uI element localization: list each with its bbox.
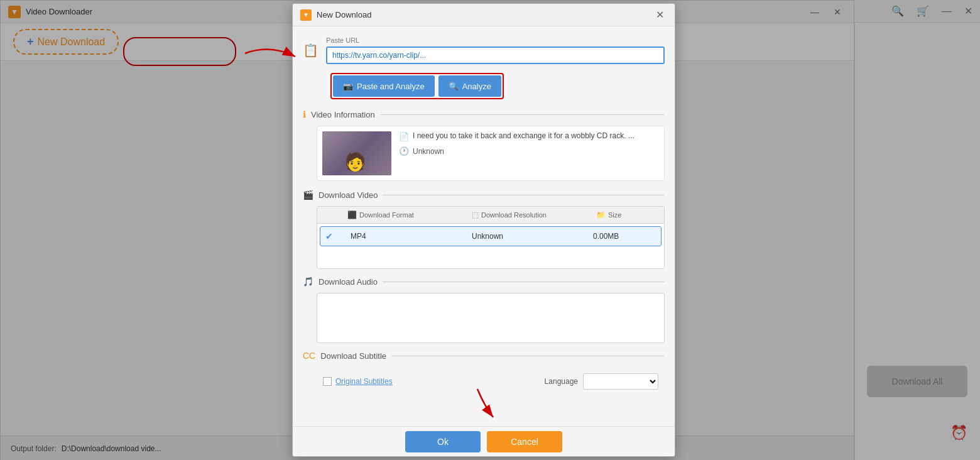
- modal-close-button[interactable]: ✕: [652, 8, 667, 23]
- video-table: ⬛ Download Format ⬚ Download Resolution …: [317, 206, 665, 269]
- language-row: Language English Spanish French: [545, 373, 658, 390]
- url-section: 📋 Paste URL: [303, 36, 665, 64]
- download-subtitle-line: [391, 356, 665, 356]
- analyze-button[interactable]: 🔍 Analyze: [438, 75, 501, 97]
- download-subtitle-title: Download Subtitle: [320, 351, 386, 361]
- download-video-line: [383, 195, 665, 195]
- doc-icon: 📄: [399, 132, 409, 141]
- subtitle-checkbox-group: Original Subtitles: [323, 377, 393, 386]
- modal-body: 📋 Paste URL 📷 Paste and Analyze 🔍 Analyz…: [293, 26, 675, 427]
- modal-dialog: ▼ New Download ✕ 📋 Paste URL 📷 Paste and…: [292, 3, 675, 457]
- paste-icon: 📋: [303, 43, 318, 58]
- modal-logo-icon: ▼: [300, 9, 312, 21]
- btn-red-border: 📷 Paste and Analyze 🔍 Analyze: [330, 73, 504, 99]
- info-icon: ℹ: [303, 109, 306, 119]
- checkmark-icon: ✔: [325, 231, 333, 241]
- download-subtitle-section: CC Download Subtitle Original Subtitles …: [303, 351, 665, 396]
- thumbnail-character: 🧑: [344, 151, 366, 172]
- url-content: Paste URL: [326, 36, 665, 64]
- resolution-icon: ⬚: [472, 211, 479, 219]
- th-select: [322, 211, 347, 219]
- td-format: MP4: [351, 231, 472, 241]
- audio-table-empty: [317, 293, 665, 343]
- td-size: 0.00MB: [593, 231, 656, 241]
- modal-title-left: ▼ New Download: [300, 9, 371, 21]
- download-audio-line: [383, 282, 665, 282]
- download-audio-title: Download Audio: [318, 277, 378, 287]
- subtitle-content: Original Subtitles Language English Span…: [317, 367, 665, 396]
- video-meta: 📄 I need you to take it back and exchang…: [399, 131, 659, 175]
- subtitle-row: Original Subtitles Language English Span…: [323, 373, 658, 390]
- td-resolution: Unknown: [472, 231, 593, 241]
- download-video-title: Download Video: [318, 190, 378, 200]
- size-icon: 📁: [596, 211, 606, 219]
- video-info-title: Video Information: [311, 110, 375, 119]
- video-description: 📄 I need you to take it back and exchang…: [399, 131, 659, 141]
- modal-footer: Ok Cancel: [293, 426, 675, 456]
- original-subtitles-checkbox[interactable]: [323, 377, 332, 386]
- video-info-header: ℹ Video Information: [303, 109, 665, 119]
- table-row[interactable]: ✔ MP4 Unknown 0.00MB: [320, 226, 662, 246]
- paste-url-label: Paste URL: [326, 36, 665, 44]
- video-info-content: 🧑 📄 I need you to take it back and excha…: [317, 126, 665, 181]
- table-header: ⬛ Download Format ⬚ Download Resolution …: [317, 207, 664, 224]
- language-select[interactable]: English Spanish French: [583, 373, 658, 390]
- th-size: 📁 Size: [596, 211, 659, 219]
- video-thumbnail: 🧑: [322, 131, 391, 175]
- modal-title: New Download: [317, 10, 371, 19]
- download-audio-section: 🎵 Download Audio: [303, 277, 665, 343]
- thumbnail-scene: 🧑: [322, 131, 391, 175]
- th-format: ⬛ Download Format: [347, 211, 472, 219]
- modal-titlebar: ▼ New Download ✕: [293, 4, 675, 26]
- cc-icon: CC: [303, 351, 315, 361]
- td-check: ✔: [325, 231, 351, 241]
- format-icon: ⬛: [347, 211, 357, 219]
- buttons-row: 📷 Paste and Analyze 🔍 Analyze: [330, 73, 665, 99]
- language-label: Language: [545, 377, 578, 386]
- video-icon: 🎬: [303, 190, 313, 200]
- download-video-section: 🎬 Download Video ⬛ Download Format ⬚ Dow…: [303, 190, 665, 269]
- download-video-header: 🎬 Download Video: [303, 190, 665, 200]
- ok-button[interactable]: Ok: [405, 431, 481, 452]
- analyze-search-icon: 🔍: [449, 82, 459, 91]
- video-info-line: [380, 114, 665, 115]
- video-info-section: ℹ Video Information 🧑 📄 I need you to ta…: [303, 109, 665, 181]
- paste-and-analyze-button[interactable]: 📷 Paste and Analyze: [333, 75, 435, 97]
- th-resolution: ⬚ Download Resolution: [472, 211, 596, 219]
- url-input[interactable]: [326, 47, 665, 64]
- download-audio-header: 🎵 Download Audio: [303, 277, 665, 287]
- cancel-button[interactable]: Cancel: [487, 431, 562, 452]
- original-subtitles-label: Original Subtitles: [335, 377, 393, 386]
- video-duration: 🕐 Unknown: [399, 146, 659, 156]
- clock-icon: 🕐: [399, 146, 409, 156]
- audio-icon: 🎵: [303, 277, 313, 287]
- download-subtitle-header: CC Download Subtitle: [303, 351, 665, 361]
- paste-analyze-camera-icon: 📷: [343, 82, 353, 91]
